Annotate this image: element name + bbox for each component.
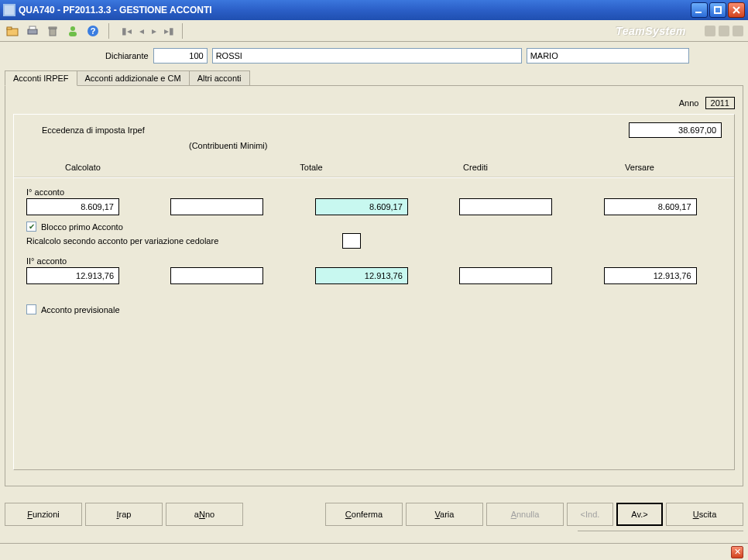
excess-value[interactable]: 38.697,00 <box>629 122 722 138</box>
blocco-label: Blocco primo Acconto <box>41 222 123 232</box>
brand-logo: TeamSystem <box>616 25 686 37</box>
nav-next-icon[interactable]: ▸ <box>152 26 156 36</box>
funzioni-button[interactable]: Funzioni <box>5 503 82 526</box>
year-value: 2011 <box>705 97 735 109</box>
previsionale-label: Acconto previsionale <box>41 305 120 314</box>
svg-point-12 <box>70 26 75 31</box>
acc2-blank[interactable] <box>170 267 263 284</box>
ind-button: <Ind. <box>567 503 613 526</box>
annulla-button: Annulla <box>486 503 564 526</box>
excess-note: (Contribuenti Minimi) <box>26 141 722 150</box>
status-close-icon[interactable]: ✕ <box>731 546 743 558</box>
nav-prev-icon[interactable]: ◂ <box>139 26 144 36</box>
excess-label: Eccedenza di imposta Irpef <box>26 125 145 135</box>
open-icon[interactable] <box>5 23 20 39</box>
irap-button[interactable]: Irap <box>85 503 163 526</box>
user-icon[interactable] <box>65 23 81 39</box>
acc2-calcolato[interactable]: 12.913,76 <box>26 267 119 284</box>
tab-acconti-irpef[interactable]: Acconti IRPEF <box>5 70 77 86</box>
svg-rect-7 <box>7 27 12 29</box>
svg-rect-3 <box>715 7 721 13</box>
anno-button[interactable]: aNno <box>166 503 243 526</box>
col-head-versare: Versare <box>558 163 722 172</box>
acc1-totale[interactable]: 8.609,17 <box>315 198 408 215</box>
close-button[interactable] <box>728 2 745 18</box>
tab-altri-acconti[interactable]: Altri acconti <box>189 70 250 86</box>
acc2-totale[interactable]: 12.913,76 <box>315 267 408 284</box>
previsionale-checkbox[interactable] <box>26 304 36 314</box>
col-head-crediti: Crediti <box>393 163 558 172</box>
acc2-versare[interactable]: 12.913,76 <box>604 267 697 284</box>
acc2-label: II° acconto <box>26 256 722 266</box>
conferma-button[interactable]: Conferma <box>325 503 403 526</box>
window-title: QUA740 - PF2011.3.3 - GESTIONE ACCONTI <box>19 5 691 15</box>
help-icon[interactable]: ? <box>85 23 101 39</box>
col-head-calcolato: Calcolato <box>26 163 229 172</box>
declarant-code-field[interactable]: 100 <box>153 48 208 64</box>
year-label: Anno <box>679 98 699 108</box>
col-head-totale: Totale <box>229 163 393 172</box>
varia-button[interactable]: Varia <box>406 503 483 526</box>
tab-acconti-addizionale[interactable]: Acconti addizionale e CM <box>77 70 190 86</box>
av-button[interactable]: Av.> <box>616 503 663 526</box>
maximize-button[interactable] <box>709 2 726 18</box>
svg-rect-8 <box>28 29 37 34</box>
nav-last-icon[interactable]: ▸▮ <box>164 26 174 36</box>
svg-rect-9 <box>29 26 36 29</box>
svg-rect-10 <box>50 29 56 36</box>
svg-rect-11 <box>49 27 57 29</box>
funzioni-rest: unzioni <box>33 510 60 519</box>
svg-text:?: ? <box>91 26 96 36</box>
acc1-calcolato[interactable]: 8.609,17 <box>26 198 119 215</box>
ricalcolo-label: Ricalcolo secondo acconto per variazione… <box>26 236 218 246</box>
declarant-surname-field[interactable]: ROSSI <box>212 48 522 64</box>
nav-first-icon[interactable]: ▮◂ <box>122 26 132 36</box>
acc1-crediti[interactable] <box>459 198 552 215</box>
declarant-name-field[interactable]: MARIO <box>527 48 689 64</box>
acc2-crediti[interactable] <box>459 267 552 284</box>
toolbar-right-icons <box>705 26 743 36</box>
app-icon <box>3 4 15 16</box>
uscita-button[interactable]: Uscita <box>666 503 743 526</box>
ricalcolo-value[interactable] <box>342 233 361 249</box>
minimize-button[interactable] <box>691 2 708 18</box>
blocco-checkbox[interactable] <box>26 222 36 232</box>
acc1-blank[interactable] <box>170 198 263 215</box>
declarant-label: Dichiarante <box>105 51 149 60</box>
svg-rect-1 <box>5 5 14 15</box>
trash-icon[interactable] <box>45 23 60 39</box>
acc1-versare[interactable]: 8.609,17 <box>604 198 697 215</box>
acc1-label: I° acconto <box>26 187 722 197</box>
svg-rect-2 <box>695 12 702 13</box>
print-icon[interactable] <box>25 23 40 39</box>
svg-rect-13 <box>69 32 77 36</box>
